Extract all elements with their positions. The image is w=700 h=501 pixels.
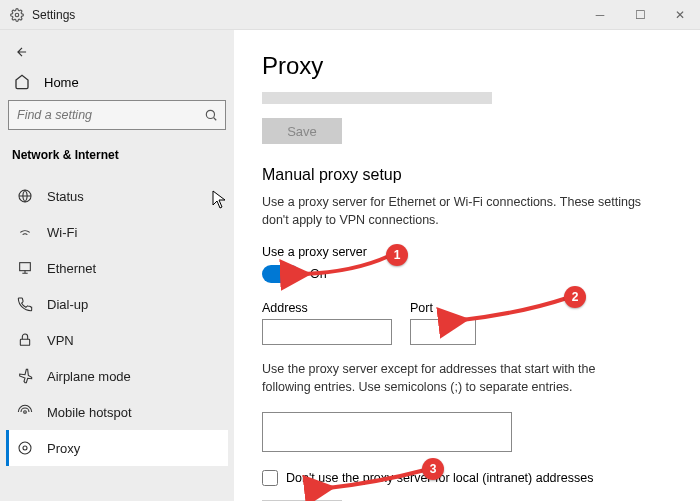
sidebar-item-label: Dial-up xyxy=(47,297,88,312)
home-label: Home xyxy=(44,75,79,90)
svg-point-0 xyxy=(15,13,19,17)
search-icon xyxy=(204,108,218,122)
sidebar-item-dialup[interactable]: Dial-up xyxy=(6,286,228,322)
sidebar-item-hotspot[interactable]: Mobile hotspot xyxy=(6,394,228,430)
address-input[interactable] xyxy=(262,319,392,345)
page-title: Proxy xyxy=(262,52,680,80)
sidebar-item-label: Airplane mode xyxy=(47,369,131,384)
sidebar-item-ethernet[interactable]: Ethernet xyxy=(6,250,228,286)
local-bypass-checkbox[interactable] xyxy=(262,470,278,486)
port-label: Port xyxy=(410,301,476,315)
top-save-button[interactable]: Save xyxy=(262,118,342,144)
toggle-field-label: Use a proxy server xyxy=(262,245,680,259)
settings-window: Settings ─ ☐ ✕ Home Network & Internet xyxy=(0,0,700,501)
ethernet-icon xyxy=(17,260,33,276)
window-title: Settings xyxy=(32,8,75,22)
globe-icon xyxy=(17,188,33,204)
titlebar: Settings ─ ☐ ✕ xyxy=(0,0,700,30)
minimize-button[interactable]: ─ xyxy=(580,0,620,30)
exceptions-label: Use the proxy server except for addresse… xyxy=(262,361,642,396)
svg-rect-3 xyxy=(20,263,31,271)
sidebar-item-label: Proxy xyxy=(47,441,80,456)
sidebar-item-label: Status xyxy=(47,189,84,204)
maximize-button[interactable]: ☐ xyxy=(620,0,660,30)
toggle-state-label: On xyxy=(310,267,327,281)
home-nav[interactable]: Home xyxy=(6,66,228,100)
sidebar-nav: Status Wi-Fi Ethernet Dial-up VPN xyxy=(6,178,228,466)
exceptions-textarea[interactable] xyxy=(262,412,512,452)
svg-point-7 xyxy=(23,446,27,450)
sidebar-item-wifi[interactable]: Wi-Fi xyxy=(6,214,228,250)
local-bypass-label: Don't use the proxy server for local (in… xyxy=(286,471,593,485)
svg-rect-4 xyxy=(20,339,29,345)
vpn-icon xyxy=(17,332,33,348)
dialup-icon xyxy=(17,296,33,312)
wifi-icon xyxy=(17,224,33,240)
svg-point-1 xyxy=(206,110,214,118)
home-icon xyxy=(14,74,30,90)
sidebar-section-title: Network & Internet xyxy=(6,144,228,172)
sidebar-item-label: Ethernet xyxy=(47,261,96,276)
sidebar-item-label: Wi-Fi xyxy=(47,225,77,240)
sidebar-item-vpn[interactable]: VPN xyxy=(6,322,228,358)
airplane-icon xyxy=(17,368,33,384)
content-area: Proxy Save Manual proxy setup Use a prox… xyxy=(234,30,700,501)
manual-setup-description: Use a proxy server for Ethernet or Wi-Fi… xyxy=(262,194,642,229)
port-input[interactable] xyxy=(410,319,476,345)
use-proxy-toggle[interactable] xyxy=(262,265,300,283)
svg-point-6 xyxy=(19,442,31,454)
search-input[interactable] xyxy=(8,100,226,130)
proxy-icon xyxy=(17,440,33,456)
sidebar: Home Network & Internet Status Wi-Fi Et xyxy=(0,30,234,501)
sidebar-item-proxy[interactable]: Proxy xyxy=(6,430,228,466)
manual-setup-heading: Manual proxy setup xyxy=(262,166,680,184)
back-button[interactable] xyxy=(6,38,38,66)
settings-gear-icon xyxy=(10,8,24,22)
sidebar-item-label: VPN xyxy=(47,333,74,348)
hotspot-icon xyxy=(17,404,33,420)
close-button[interactable]: ✕ xyxy=(660,0,700,30)
sidebar-item-label: Mobile hotspot xyxy=(47,405,132,420)
sidebar-item-status[interactable]: Status xyxy=(6,178,228,214)
sidebar-item-airplane[interactable]: Airplane mode xyxy=(6,358,228,394)
svg-point-5 xyxy=(24,411,27,414)
arrow-left-icon xyxy=(15,45,29,59)
address-label: Address xyxy=(262,301,392,315)
local-bypass-row[interactable]: Don't use the proxy server for local (in… xyxy=(262,470,680,486)
placeholder-bar xyxy=(262,92,492,104)
